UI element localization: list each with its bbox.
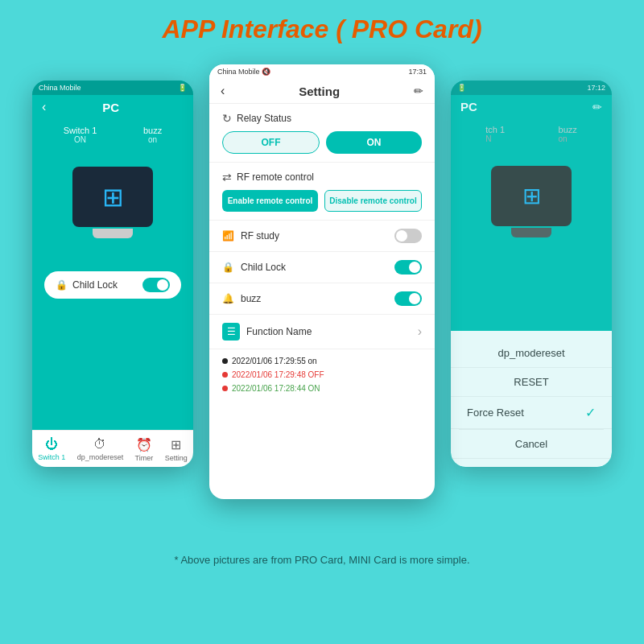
left-back-arrow[interactable]: ‹ <box>42 100 46 114</box>
left-nav: ‹ PC <box>32 95 193 119</box>
buzz-row: 🔔 buzz <box>209 283 435 315</box>
center-title: Setting <box>225 85 414 98</box>
log-dot-2 <box>222 372 228 378</box>
left-battery: 🔋 <box>178 84 187 92</box>
child-lock-toggle[interactable] <box>142 278 170 292</box>
nav-dp-label: dp_modereset <box>77 453 124 461</box>
rf-study-label: RF study <box>241 230 279 242</box>
right-dialog: dp_modereset RESET Force Reset ✓ Cancel <box>451 331 612 467</box>
dialog-reset[interactable]: RESET <box>451 368 612 397</box>
function-name-icon: ☰ <box>222 323 240 341</box>
right-switch-1-label: tch 1 <box>485 125 505 134</box>
windows-logo: ⊞ <box>102 182 124 213</box>
phones-container: China Mobile 🔋 ‹ PC Switch 1 ON buzz on … <box>0 56 644 547</box>
log-entry-2: 2022/01/06 17:29:48 OFF <box>222 368 422 382</box>
left-carrier: China Mobile <box>39 84 81 92</box>
child-lock-setting-icon: 🔒 <box>222 262 234 273</box>
rf-study-left: 📶 RF study <box>222 230 279 242</box>
function-name-left: ☰ Function Name <box>222 323 312 341</box>
rf-remote-label: RF remote control <box>237 171 314 183</box>
left-switch-1: Switch 1 ON <box>64 126 97 144</box>
rf-remote-icon: ⇄ <box>222 171 232 184</box>
buzz-left: 🔔 buzz <box>222 293 261 304</box>
log-text-3: 2022/01/06 17:28:44 ON <box>232 384 320 393</box>
nav-timer-label: Timer <box>135 454 154 462</box>
log-entries: 2022/01/06 17:29:55 on 2022/01/06 17:29:… <box>209 349 435 400</box>
center-edit[interactable]: ✏ <box>414 85 423 97</box>
timer-icon: ⏱ <box>93 437 106 452</box>
rf-remote-section: ⇄ RF remote control Enable remote contro… <box>209 163 435 221</box>
left-title: PC <box>54 101 167 114</box>
relay-label: Relay Status <box>237 113 291 124</box>
right-monitor-icon: ⊞ <box>491 166 572 226</box>
child-lock-label: Child Lock <box>72 279 118 291</box>
enable-remote-button[interactable]: Enable remote control <box>222 190 318 212</box>
center-carrier: China Mobile 🔇 <box>217 68 270 76</box>
rf-remote-title: ⇄ RF remote control <box>222 171 422 184</box>
function-name-label: Function Name <box>246 326 312 337</box>
child-lock-setting-label: Child Lock <box>241 262 286 273</box>
left-status-bar: China Mobile 🔋 <box>32 80 193 95</box>
function-name-arrow: › <box>418 324 422 339</box>
right-switch-2-label: buzz <box>559 125 577 134</box>
header-title: APP Interface ( PRO Card) <box>162 14 481 43</box>
rf-study-row: 📶 RF study <box>209 221 435 252</box>
left-child-lock-row: 🔒 Child Lock <box>44 271 181 299</box>
footer-note: * Above pictures are from PRO Card, MINI… <box>0 547 644 566</box>
disable-remote-button[interactable]: Disable remote control <box>324 190 422 212</box>
rf-study-icon: 📶 <box>222 230 234 242</box>
nav-setting[interactable]: ⊞ Setting <box>165 437 188 462</box>
center-time: 17:31 <box>408 68 427 76</box>
log-dot-3 <box>222 386 228 391</box>
grid-icon: ⊞ <box>171 437 181 452</box>
log-dot-1 <box>222 358 228 364</box>
log-entry-3: 2022/01/06 17:28:44 ON <box>222 382 422 395</box>
header-title-main: APP Interface <box>162 14 328 43</box>
phone-left: China Mobile 🔋 ‹ PC Switch 1 ON buzz on … <box>32 80 193 467</box>
right-title: PC <box>460 100 477 114</box>
log-text-2: 2022/01/06 17:29:48 OFF <box>232 370 324 379</box>
dialog-checkmark: ✓ <box>585 405 596 420</box>
right-switch-row: tch 1 N buzz on <box>451 118 612 150</box>
left-monitor-area: ⊞ <box>32 151 193 239</box>
left-monitor-icon: ⊞ <box>72 167 153 227</box>
center-status-bar: China Mobile 🔇 17:31 <box>209 64 435 79</box>
power-icon: ⏻ <box>45 437 58 452</box>
buzz-toggle[interactable] <box>394 291 422 306</box>
right-windows-logo: ⊞ <box>522 183 541 209</box>
function-name-row[interactable]: ☰ Function Name › <box>209 315 435 349</box>
child-lock-row: 🔒 Child Lock <box>209 252 435 283</box>
relay-status-title: ↻ Relay Status <box>222 112 422 125</box>
relay-status-section: ↻ Relay Status OFF ON <box>209 104 435 163</box>
header: APP Interface ( PRO Card) <box>0 0 644 52</box>
center-time-battery: 17:31 <box>408 68 427 76</box>
log-entry-1: 2022/01/06 17:29:55 on <box>222 354 422 368</box>
rf-study-toggle[interactable] <box>394 229 422 243</box>
relay-on-button[interactable]: ON <box>326 131 422 154</box>
left-bottom-nav: ⏻ Switch 1 ⏱ dp_modereset ⏰ Timer ⊞ Sett… <box>32 430 193 467</box>
nav-timer[interactable]: ⏰ Timer <box>135 437 154 462</box>
footer-text: * Above pictures are from PRO Card, MINI… <box>174 554 469 566</box>
left-switch-1-status: ON <box>64 135 97 144</box>
child-lock-setting-toggle[interactable] <box>394 260 422 275</box>
nav-switch1[interactable]: ⏻ Switch 1 <box>38 437 65 462</box>
relay-icon: ↻ <box>222 112 232 125</box>
right-monitor-area: ⊞ <box>451 150 612 238</box>
child-lock-left: 🔒 Child Lock <box>56 279 118 291</box>
nav-setting-label: Setting <box>165 454 188 462</box>
phone-center: China Mobile 🔇 17:31 ‹ Setting ✏ ↻ Relay… <box>209 64 435 499</box>
dialog-dp-modereset[interactable]: dp_modereset <box>451 339 612 368</box>
buzz-label: buzz <box>241 293 261 304</box>
nav-dp-modereset[interactable]: ⏱ dp_modereset <box>77 437 124 462</box>
center-nav: ‹ Setting ✏ <box>209 79 435 104</box>
left-switch-2: buzz on <box>143 126 162 144</box>
left-switch-1-label: Switch 1 <box>64 126 97 135</box>
phone-right: 🔋 17:12 PC ✏ tch 1 N buzz on ⊞ dp_modere… <box>451 80 612 467</box>
buzz-icon: 🔔 <box>222 293 234 304</box>
relay-off-button[interactable]: OFF <box>222 131 320 154</box>
right-switch-2: buzz on <box>559 125 577 143</box>
right-edit[interactable]: ✏ <box>592 101 602 114</box>
dialog-force-reset[interactable]: Force Reset ✓ <box>451 397 612 429</box>
dialog-cancel[interactable]: Cancel <box>451 430 612 459</box>
child-lock-icon: 🔒 <box>56 279 68 291</box>
